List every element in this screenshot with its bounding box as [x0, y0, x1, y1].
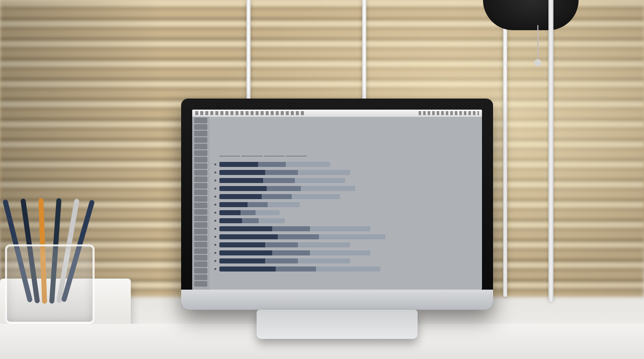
line-number-placeholder — [194, 255, 207, 260]
line-number-placeholder — [194, 216, 207, 221]
line-number-placeholder — [194, 150, 207, 156]
line-number-gutter — [192, 117, 209, 290]
lamp-pull — [534, 59, 541, 66]
bullet-icon — [214, 212, 216, 214]
bullet-icon — [214, 228, 216, 230]
line-number-placeholder — [194, 268, 207, 274]
document-line-placeholder — [219, 258, 350, 263]
document-line-placeholder — [219, 186, 355, 191]
line-number-placeholder — [194, 190, 207, 195]
line-number-placeholder — [194, 118, 207, 123]
document-line-placeholder — [219, 194, 340, 199]
titlebar-controls-placeholder — [419, 111, 479, 115]
line-number-placeholder — [194, 229, 207, 234]
line-number-placeholder — [194, 203, 207, 208]
line-number-placeholder — [194, 163, 207, 169]
line-number-placeholder — [194, 261, 207, 267]
bullet-icon — [214, 252, 216, 254]
line-number-placeholder — [194, 144, 207, 149]
bullet-icon — [214, 188, 216, 190]
document-line-placeholder — [219, 170, 350, 175]
lamp-pole — [548, 0, 553, 302]
line-number-placeholder — [194, 137, 207, 143]
line-number-placeholder — [194, 176, 207, 182]
line-number-placeholder — [194, 281, 207, 287]
monitor-chin — [181, 290, 493, 310]
document-line-placeholder — [219, 178, 345, 183]
bullet-icon — [214, 244, 216, 246]
document-line-placeholder — [219, 234, 385, 239]
bullet-icon — [214, 268, 216, 270]
lamp-cord — [537, 25, 538, 60]
bullet-icon — [214, 204, 216, 206]
line-number-placeholder — [194, 196, 207, 202]
document-line-placeholder — [219, 210, 280, 215]
bullet-icon — [214, 196, 216, 198]
titlebar-text-placeholder — [195, 111, 306, 115]
document-heading-placeholder: ———— ———— ———— ———— — [219, 153, 307, 158]
line-number-placeholder — [194, 209, 207, 215]
document-line-placeholder — [219, 266, 380, 272]
bullet-icon — [214, 220, 216, 222]
line-number-placeholder — [194, 275, 207, 280]
bullet-icon — [214, 163, 216, 165]
window-titlebar — [192, 110, 482, 117]
window-frame — [503, 0, 507, 297]
monitor: ———— ———— ———— ———— — [181, 99, 493, 310]
document-line-placeholder — [219, 242, 350, 247]
line-number-placeholder — [194, 235, 207, 241]
line-number-placeholder — [194, 157, 207, 162]
pen-cup — [0, 193, 106, 324]
document-line-placeholder — [219, 202, 300, 207]
line-number-placeholder — [194, 242, 207, 247]
line-number-placeholder — [194, 131, 207, 136]
document-line-placeholder — [219, 226, 370, 231]
desk-scene: ———— ———— ———— ———— — [0, 0, 644, 359]
monitor-screen: ———— ———— ———— ———— — [192, 110, 482, 290]
bullet-icon — [214, 171, 216, 173]
document-line-placeholder — [219, 162, 330, 167]
document-line-placeholder — [219, 250, 370, 255]
line-number-placeholder — [194, 248, 207, 254]
bullet-icon — [214, 236, 216, 238]
cup-body — [5, 244, 95, 324]
line-number-placeholder — [194, 170, 207, 175]
line-number-placeholder — [194, 183, 207, 189]
line-number-placeholder — [194, 124, 207, 130]
document-line-placeholder — [219, 218, 285, 223]
monitor-stand — [257, 310, 418, 339]
line-number-placeholder — [194, 222, 207, 228]
bullet-icon — [214, 180, 216, 182]
bullet-icon — [214, 260, 216, 262]
lamp-shade — [483, 0, 579, 30]
